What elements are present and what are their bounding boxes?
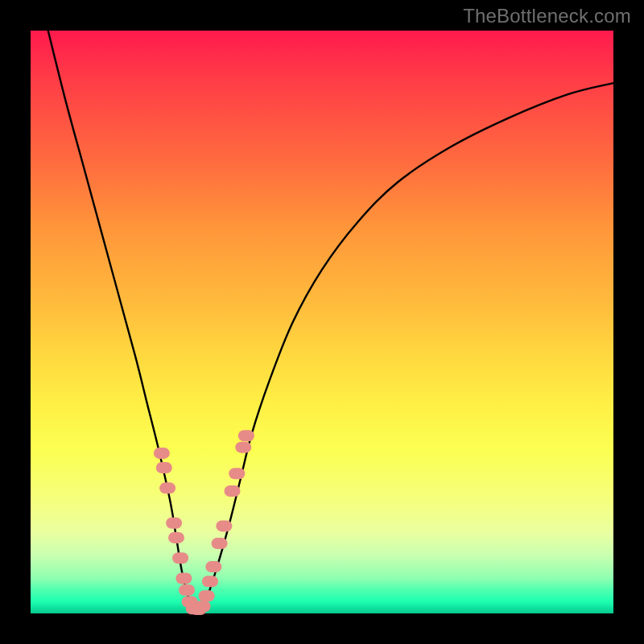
curve-marker (172, 552, 188, 564)
curve-marker (212, 538, 228, 549)
curve-marker (225, 485, 241, 497)
curve-marker (229, 468, 245, 479)
curve-marker (216, 520, 232, 531)
curve-marker (156, 462, 172, 473)
curve-marker (175, 573, 192, 584)
curve-marker (179, 584, 195, 596)
curve-marker (202, 576, 218, 587)
curve-marker (168, 532, 184, 543)
curve-marker (235, 442, 251, 453)
curve-marker (199, 590, 215, 601)
curve-marker (238, 430, 254, 441)
curve-svg (31, 31, 613, 613)
chart-frame: TheBottleneck.com (0, 0, 644, 644)
curve-marker (205, 561, 221, 572)
plot-area (31, 31, 613, 613)
curve-marker (195, 601, 211, 612)
watermark-text: TheBottleneck.com (463, 5, 631, 27)
bottleneck-curve (48, 31, 613, 612)
curve-marker (159, 482, 175, 493)
curve-marker (154, 448, 170, 459)
curve-markers (154, 430, 254, 615)
curve-marker (166, 518, 182, 529)
